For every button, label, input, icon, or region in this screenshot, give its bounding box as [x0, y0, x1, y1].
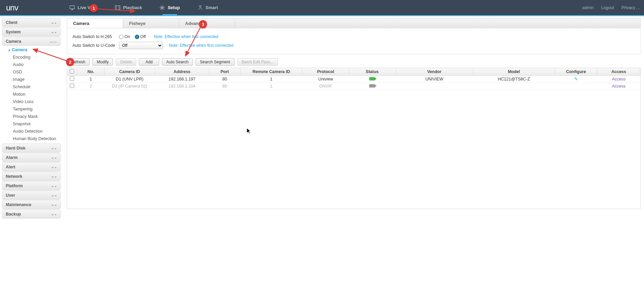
cell-configure[interactable]: ✎ — [555, 75, 597, 82]
sidebar-section-client[interactable]: Client⌄⌄ — [2, 18, 61, 27]
nav-playback[interactable]: Playback — [106, 0, 151, 15]
note-ucode: Note: Effective when first connected — [169, 43, 233, 48]
status-offline-icon — [369, 84, 375, 88]
access-link: Access — [612, 84, 625, 89]
row-check[interactable] — [70, 84, 74, 88]
sidebar-item-motion[interactable]: Motion — [2, 91, 61, 98]
sidebar-section-system[interactable]: System⌄⌄ — [2, 27, 61, 36]
sidebar-item-audio[interactable]: Audio — [2, 61, 61, 68]
cell-configure — [555, 82, 597, 90]
pencil-icon: ✎ — [574, 77, 578, 81]
cell-remote: 1 — [240, 75, 302, 82]
content-tabs: Camera Fisheye Advanced — [67, 18, 641, 28]
sidebar-item-video-loss[interactable]: Video Loss — [2, 98, 61, 105]
cell-access[interactable]: Access — [597, 82, 640, 90]
cell-address: 192.168.1.104 — [155, 82, 209, 90]
sidebar-item-audio-detection[interactable]: Audio Detection — [2, 128, 61, 135]
auto-search-button[interactable]: Auto Search — [162, 58, 193, 66]
table-row[interactable]: 1 D1 (UNV LPR) 192.168.1.197 80 1 Univie… — [67, 75, 640, 82]
th-check[interactable] — [67, 68, 77, 75]
nav-setup-label: Setup — [168, 5, 180, 10]
row-auto-h265: Auto Switch to H.265 On Off Note: Effect… — [72, 32, 635, 41]
cell-camera-id: D1 (UNV LPR) — [105, 75, 155, 82]
tab-advanced-label: Advanced — [185, 21, 206, 26]
cell-vendor — [396, 82, 473, 90]
svg-rect-0 — [70, 6, 75, 9]
th-port: Port — [209, 68, 240, 75]
modify-button[interactable]: Modify — [92, 58, 113, 66]
add-button[interactable]: Add — [139, 58, 159, 66]
nav-setup[interactable]: Setup — [151, 0, 188, 15]
radio-h265-on[interactable]: On — [119, 34, 130, 39]
sidebar-item-schedule[interactable]: Schedule — [2, 83, 61, 91]
sidebar-section-backup[interactable]: Backup⌄⌄ — [2, 209, 61, 219]
cell-port: 80 — [209, 82, 240, 90]
th-no: No. — [77, 68, 105, 75]
sidebar-item-privacy-mask[interactable]: Privacy Mask — [2, 113, 61, 120]
status-online-icon — [369, 77, 375, 80]
th-address: Address — [155, 68, 209, 75]
th-vendor: Vendor — [396, 68, 473, 75]
batch-edit-button-label: Batch Edit Pass... — [242, 60, 274, 64]
sidebar-item-image[interactable]: Image — [2, 76, 61, 83]
chevron-down-icon: ⌄⌄ — [51, 20, 57, 25]
search-segment-button[interactable]: Search Segment — [196, 58, 234, 66]
link-logout[interactable]: Logout — [601, 5, 614, 10]
sidebar-item-label: Video Loss — [13, 99, 34, 104]
cell-protocol: ONVIF — [302, 82, 349, 90]
delete-button: Delete — [116, 58, 136, 66]
tab-fisheye[interactable]: Fisheye — [123, 19, 179, 28]
sidebar-item-encoding[interactable]: Encoding — [2, 54, 61, 61]
tab-advanced[interactable]: Advanced — [179, 19, 235, 28]
link-admin[interactable]: admin — [582, 5, 594, 10]
sidebar-item-label: Audio Detection — [13, 129, 42, 134]
note-h265: Note: Effective when first connected — [154, 34, 218, 39]
chevron-down-icon: ⌄⌄ — [51, 202, 57, 207]
tab-camera-label: Camera — [73, 21, 89, 26]
sidebar-section-network[interactable]: Network⌄⌄ — [2, 172, 61, 181]
label-auto-ucode: Auto Switch to U-Code — [72, 43, 116, 48]
sidebar-item-camera-label: Camera — [12, 47, 27, 52]
chevron-down-icon: ⌄⌄ — [51, 184, 57, 188]
logo-text: unv — [6, 3, 18, 12]
row-auto-ucode: Auto Switch to U-Code Off Note: Effectiv… — [72, 41, 635, 50]
modify-button-label: Modify — [97, 60, 109, 64]
sidebar-section-harddisk[interactable]: Hard Disk⌄⌄ — [2, 143, 61, 153]
sidebar-section-label: Network — [6, 174, 22, 179]
sidebar-section-maintenance[interactable]: Maintenance⌄⌄ — [2, 200, 61, 209]
sidebar-item-osd[interactable]: OSD — [2, 68, 61, 76]
nav-live-view-label: Live View — [78, 5, 97, 10]
sidebar-item-label: Tampering — [13, 107, 32, 111]
sidebar-section-user[interactable]: User⌄⌄ — [2, 191, 61, 200]
sidebar-item-camera[interactable]: Camera — [2, 46, 61, 54]
sidebar-section-camera[interactable]: Camera︿︿ — [2, 37, 61, 46]
nav-live-view[interactable]: Live View — [61, 0, 106, 15]
cell-no: 2 — [77, 82, 105, 90]
chevron-up-icon: ︿︿ — [50, 39, 57, 44]
batch-edit-button: Batch Edit Pass... — [237, 58, 278, 66]
sidebar-item-snapshot[interactable]: Snapshot — [2, 120, 61, 128]
row-check[interactable] — [70, 76, 74, 81]
nav-smart-label: Smart — [206, 5, 218, 10]
link-privacy[interactable]: Privacy ... — [621, 5, 640, 10]
table-row[interactable]: 2 D2 (IP Camera 02) 192.168.1.104 80 1 O… — [67, 82, 640, 90]
radio-h265-off[interactable]: Off — [135, 34, 146, 39]
sidebar-item-tampering[interactable]: Tampering — [2, 105, 61, 113]
search-segment-button-label: Search Segment — [200, 60, 230, 64]
sidebar-section-alert[interactable]: Alert⌄⌄ — [2, 162, 61, 171]
cell-model: HC121@TS8C-Z — [473, 75, 555, 82]
logo: unv — [0, 3, 61, 12]
cell-access[interactable]: Access — [597, 75, 640, 82]
nav-smart[interactable]: Smart — [189, 0, 227, 15]
select-ucode[interactable]: Off — [119, 42, 163, 49]
sidebar-section-platform[interactable]: Platform⌄⌄ — [2, 181, 61, 190]
sidebar-item-human-body[interactable]: Human Body Detection — [2, 135, 61, 142]
sidebar-section-alarm[interactable]: Alarm⌄⌄ — [2, 153, 61, 162]
tab-camera[interactable]: Camera — [67, 19, 123, 28]
sidebar-item-label: Motion — [13, 92, 26, 97]
cell-no: 1 — [77, 75, 105, 82]
th-status: Status — [349, 68, 396, 75]
refresh-button[interactable]: Refresh — [67, 58, 90, 66]
cell-remote: 1 — [240, 82, 302, 90]
check-all[interactable] — [70, 69, 74, 73]
